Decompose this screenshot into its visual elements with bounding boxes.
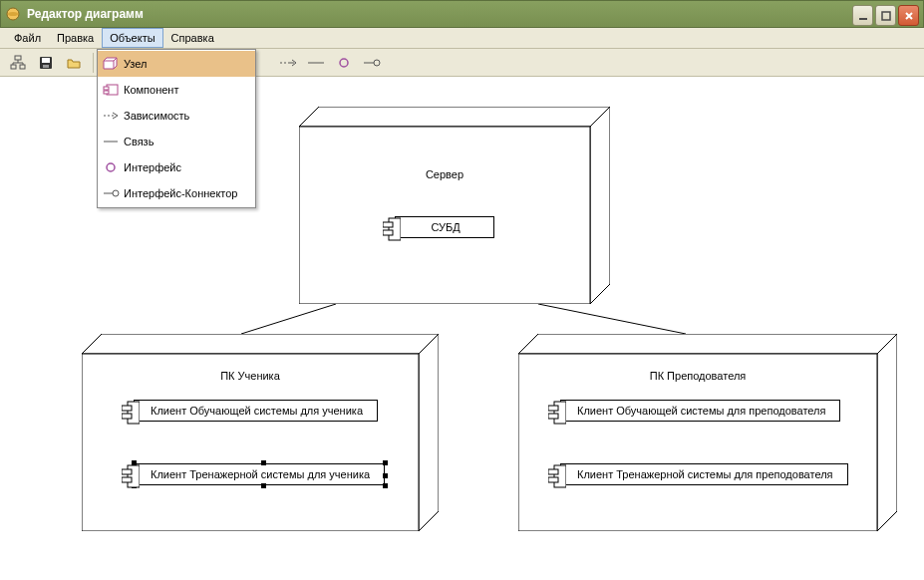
svg-marker-22 <box>299 107 610 127</box>
svg-rect-36 <box>122 469 132 474</box>
component-icon <box>548 400 566 422</box>
component-db[interactable]: СУБД <box>383 216 494 238</box>
svg-rect-33 <box>122 406 132 411</box>
menu-objects[interactable]: Объекты <box>102 28 162 48</box>
svg-rect-47 <box>548 477 558 482</box>
svg-rect-6 <box>20 65 25 69</box>
component-icon <box>122 463 140 485</box>
window-title: Редактор диаграмм <box>27 7 144 21</box>
menu-item-dependency[interactable]: Зависимость <box>98 103 255 129</box>
svg-rect-45 <box>554 465 566 487</box>
menu-item-component[interactable]: Компонент <box>98 77 255 103</box>
selection-handle[interactable] <box>261 483 266 488</box>
app-icon <box>5 6 21 22</box>
toolbar-dependency-button[interactable] <box>276 51 300 75</box>
node-server[interactable]: Сервер СУБД <box>299 107 610 304</box>
svg-marker-30 <box>419 334 439 531</box>
component-student-learn[interactable]: Клиент Обучающей системы для ученика <box>122 400 378 422</box>
svg-rect-9 <box>43 65 49 68</box>
svg-rect-24 <box>299 127 590 304</box>
svg-rect-35 <box>128 465 140 487</box>
svg-point-11 <box>374 60 380 66</box>
svg-rect-2 <box>859 18 867 20</box>
window-title-bar: Редактор диаграмм <box>0 0 924 28</box>
toolbar-open-button[interactable] <box>62 51 86 75</box>
svg-marker-40 <box>877 334 897 531</box>
interface-icon <box>98 160 124 174</box>
svg-rect-13 <box>104 87 109 90</box>
svg-rect-25 <box>389 218 401 240</box>
maximize-button[interactable] <box>875 5 896 26</box>
component-icon <box>98 83 124 97</box>
toolbar-connector-button[interactable] <box>360 51 384 75</box>
close-button[interactable] <box>898 5 919 26</box>
svg-rect-46 <box>548 469 558 474</box>
component-icon <box>122 400 140 422</box>
svg-rect-5 <box>11 65 16 69</box>
node-student-title: ПК Ученика <box>82 370 419 382</box>
svg-point-16 <box>113 190 119 196</box>
node-server-title: Сервер <box>299 168 590 180</box>
component-icon <box>383 216 401 238</box>
menu-item-interface-connector[interactable]: Интерфейс-Коннектор <box>98 180 255 206</box>
svg-rect-34 <box>122 414 132 419</box>
svg-rect-26 <box>383 222 393 227</box>
svg-rect-44 <box>548 414 558 419</box>
svg-marker-23 <box>590 107 610 304</box>
menu-help[interactable]: Справка <box>163 28 222 48</box>
menu-edit[interactable]: Правка <box>49 28 102 48</box>
menu-item-link[interactable]: Связь <box>98 129 255 154</box>
component-student-train[interactable]: Клиент Тренажерной системы для ученика <box>122 463 385 485</box>
component-teacher-train[interactable]: Клиент Тренажерной системы для преподова… <box>548 463 848 485</box>
selection-handle[interactable] <box>383 483 388 488</box>
svg-rect-43 <box>548 406 558 411</box>
toolbar-link-button[interactable] <box>304 51 328 75</box>
node-teacher-pc[interactable]: ПК Преподователя Клиент Обучающей систем… <box>518 334 897 531</box>
toolbar-hierarchy-button[interactable] <box>6 51 30 75</box>
node-teacher-title: ПК Преподователя <box>518 370 877 382</box>
svg-rect-14 <box>104 91 109 94</box>
svg-line-17 <box>241 304 336 334</box>
interface-connector-icon <box>98 186 124 200</box>
selection-handle[interactable] <box>383 460 388 465</box>
toolbar-separator <box>93 53 94 73</box>
svg-rect-42 <box>554 402 566 424</box>
selection-handle[interactable] <box>261 460 266 465</box>
link-icon <box>98 135 124 148</box>
svg-rect-37 <box>122 477 132 482</box>
objects-dropdown: Узел Компонент Зависимость Связь Интерфе… <box>97 49 256 208</box>
svg-rect-8 <box>42 58 50 63</box>
menu-bar: Файл Правка Объекты Справка <box>0 28 924 49</box>
menu-item-interface[interactable]: Интерфейс <box>98 154 255 180</box>
toolbar-interface-button[interactable] <box>332 51 356 75</box>
svg-point-10 <box>340 59 348 67</box>
dependency-icon <box>98 109 124 123</box>
svg-line-18 <box>538 304 686 334</box>
svg-marker-29 <box>82 334 439 354</box>
minimize-button[interactable] <box>852 5 873 26</box>
svg-rect-32 <box>128 402 140 424</box>
svg-rect-3 <box>882 12 890 20</box>
node-icon <box>98 57 124 71</box>
svg-point-1 <box>8 12 18 16</box>
svg-rect-4 <box>15 56 21 60</box>
menu-file[interactable]: Файл <box>6 28 49 48</box>
svg-point-15 <box>107 163 115 171</box>
component-teacher-learn[interactable]: Клиент Обучающей системы для преподовате… <box>548 400 840 422</box>
toolbar-save-button[interactable] <box>34 51 58 75</box>
selection-handle[interactable] <box>383 473 388 478</box>
node-student-pc[interactable]: ПК Ученика Клиент Обучающей системы для … <box>82 334 439 531</box>
svg-marker-39 <box>518 334 897 354</box>
component-icon <box>548 463 566 485</box>
svg-rect-27 <box>383 230 393 235</box>
menu-item-node[interactable]: Узел <box>98 51 255 77</box>
